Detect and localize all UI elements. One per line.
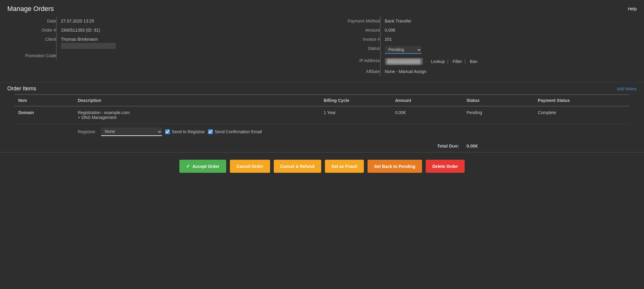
ip-label: IP Address — [331, 56, 380, 67]
total-empty — [15, 140, 391, 152]
total-label: Total Due: — [391, 140, 463, 152]
send-to-registrar-group: Send to Registrar — [165, 129, 205, 134]
client-name: Thomas Brinkmann — [61, 37, 310, 42]
status-row: Status Pending Active Cancelled Fraud — [331, 44, 637, 56]
row-billing-cycle: 1 Year — [320, 106, 391, 124]
ip-pipe-2: | — [464, 59, 466, 64]
invoice-label: Invoice # — [331, 35, 380, 44]
ip-filter-link[interactable]: Filter — [452, 59, 462, 64]
delete-label: Delete Order — [432, 164, 458, 169]
cancel-order-button[interactable]: Cancel Order — [230, 160, 270, 173]
cancel-refund-button[interactable]: Cancel & Refund — [274, 160, 321, 173]
order-items-table-wrapper: Item Description Billing Cycle Amount St… — [0, 94, 644, 152]
registrar-row: Registrar: None Send to Registrar Send C… — [15, 124, 629, 140]
order-info-section: Date 27.07.2020 13:25 Order # 1940511393… — [0, 16, 644, 82]
set-pending-button[interactable]: Set Back to Pending — [368, 160, 422, 173]
page-title: Manage Orders — [7, 5, 54, 13]
order-items-header: Order Items Add Notes — [0, 82, 644, 94]
accept-order-button[interactable]: Accept Order — [179, 160, 226, 173]
table-header: Item Description Billing Cycle Amount St… — [15, 95, 629, 106]
date-label: Date — [7, 16, 56, 26]
row-item: Domain — [15, 106, 74, 124]
ip-value: ███████████ — [385, 58, 423, 65]
total-value: 0.00€ — [463, 140, 629, 152]
registrar-empty-cell — [15, 124, 74, 140]
col-header-status: Status — [463, 95, 534, 106]
amount-value: 0.00€ — [381, 26, 637, 35]
help-link[interactable]: Help — [628, 6, 637, 11]
cancel-refund-label: Cancel & Refund — [280, 164, 315, 169]
status-label: Status — [331, 44, 380, 56]
col-header-payment-status: Payment Status — [534, 95, 629, 106]
send-to-registrar-label: Send to Registrar — [172, 129, 205, 134]
fraud-label: Set as Fraud — [332, 164, 357, 169]
registrar-dropdown[interactable]: None — [101, 127, 162, 136]
order-items-title: Order Items — [7, 85, 36, 92]
affiliate-value: None - Manual Assign — [381, 67, 637, 76]
registrar-section: Registrar: None Send to Registrar Send C… — [78, 127, 626, 136]
send-to-registrar-checkbox[interactable] — [165, 129, 170, 134]
ip-lookup-link[interactable]: Lookup — [431, 59, 445, 64]
ip-ban-link[interactable]: Ban — [470, 59, 477, 64]
client-value: Thomas Brinkmann — [57, 35, 313, 51]
delete-order-button[interactable]: Delete Order — [426, 160, 465, 173]
payment-method-label: Payment Method — [331, 16, 380, 26]
order-info-left: Date 27.07.2020 13:25 Order # 1940511393… — [7, 16, 313, 76]
row-payment-status: Complete — [534, 106, 629, 124]
send-confirmation-group: Send Confirmation Email — [208, 129, 262, 134]
amount-row: Amount 0.00€ — [331, 26, 637, 35]
affiliate-label: Affiliate — [331, 67, 380, 76]
client-label: Client — [7, 35, 56, 51]
col-header-description: Description — [74, 95, 320, 106]
ip-pipe-1: | — [447, 59, 449, 64]
registrar-label: Registrar: — [78, 129, 96, 134]
payment-method-value: Bank Transfer — [381, 16, 637, 26]
row-amount: 0.00€ — [391, 106, 463, 124]
accept-order-label: Accept Order — [192, 164, 220, 169]
pending-label: Set Back to Pending — [374, 164, 415, 169]
registrar-cell: Registrar: None Send to Registrar Send C… — [74, 124, 629, 140]
cancel-order-label: Cancel Order — [237, 164, 263, 169]
row-status: Pending — [463, 106, 534, 124]
order-value: 1940511393 (ID: 91) — [57, 26, 313, 35]
order-info-right: Payment Method Bank Transfer Amount 0.00… — [331, 16, 637, 76]
check-icon — [186, 163, 190, 169]
col-header-billing: Billing Cycle — [320, 95, 391, 106]
add-notes-link[interactable]: Add Notes — [617, 86, 637, 91]
invoice-value: 201 — [381, 35, 637, 44]
col-header-item: Item — [15, 95, 74, 106]
table-row: Domain Registration - example.com+ DNS M… — [15, 106, 629, 124]
payment-method-row: Payment Method Bank Transfer — [331, 16, 637, 26]
status-cell: Pending Active Cancelled Fraud — [381, 44, 637, 56]
row-description: Registration - example.com+ DNS Manageme… — [74, 106, 320, 124]
client-row: Client Thomas Brinkmann — [7, 35, 313, 51]
promo-row: Promotion Code — [7, 51, 313, 60]
actions-section: Accept Order Cancel Order Cancel & Refun… — [0, 152, 644, 180]
page-header: Manage Orders Help — [0, 0, 644, 16]
status-dropdown[interactable]: Pending Active Cancelled Fraud — [385, 46, 421, 54]
ip-cell: ███████████ - Lookup | Filter | Ban — [381, 56, 637, 67]
set-fraud-button[interactable]: Set as Fraud — [325, 160, 364, 173]
ip-row: IP Address ███████████ - Lookup | Filter… — [331, 56, 637, 67]
item-domain-label: Domain — [18, 110, 34, 115]
amount-label: Amount — [331, 26, 380, 35]
order-items-table: Item Description Billing Cycle Amount St… — [15, 94, 629, 152]
ip-separator-1: - — [425, 59, 427, 64]
order-label: Order # — [7, 26, 56, 35]
promo-label: Promotion Code — [7, 51, 56, 60]
send-confirmation-label: Send Confirmation Email — [215, 129, 262, 134]
client-email-blurred — [61, 43, 116, 49]
send-confirmation-checkbox[interactable] — [208, 129, 213, 134]
order-row: Order # 1940511393 (ID: 91) — [7, 26, 313, 35]
promo-value — [57, 51, 313, 60]
date-value: 27.07.2020 13:25 — [57, 16, 313, 26]
invoice-row: Invoice # 201 — [331, 35, 637, 44]
total-row: Total Due: 0.00€ — [15, 140, 629, 152]
col-header-amount: Amount — [391, 95, 463, 106]
date-row: Date 27.07.2020 13:25 — [7, 16, 313, 26]
table-body: Domain Registration - example.com+ DNS M… — [15, 106, 629, 152]
affiliate-row: Affiliate None - Manual Assign — [331, 67, 637, 76]
